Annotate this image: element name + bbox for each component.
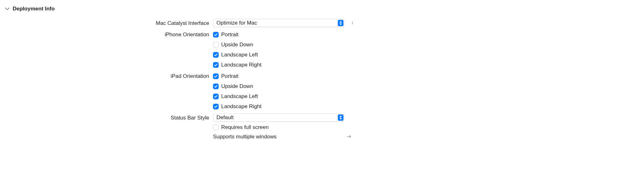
ipad-landscapeleft-option: Landscape Left [213, 92, 262, 101]
ipad-portrait-option: Portrait [213, 72, 262, 81]
checkbox-label: Landscape Right [221, 102, 262, 111]
row-status-bar: Status Bar Style Default [5, 113, 639, 122]
checkbox-ipad-landscaperight[interactable] [213, 104, 219, 109]
checkbox-iphone-portrait[interactable] [213, 32, 219, 38]
iphone-landscapeleft-option: Landscape Left [213, 50, 262, 59]
arrow-right-icon [347, 132, 351, 141]
checkbox-iphone-upsidedown[interactable] [213, 42, 219, 48]
iphone-portrait-option: Portrait [213, 30, 262, 39]
checkbox-iphone-landscapeleft[interactable] [213, 52, 219, 58]
checkbox-label: Landscape Left [221, 50, 258, 59]
label-ipad-orientation: iPad Orientation [5, 72, 213, 81]
section-header: Deployment Info [5, 6, 639, 12]
ipad-landscaperight-option: Landscape Right [213, 102, 262, 111]
link-label: Supports multiple windows [213, 132, 276, 141]
select-stepper-icon [338, 20, 343, 26]
checkbox-label: Portrait [221, 72, 239, 81]
row-ipad-orientation: iPad Orientation Portrait Upside Down La… [5, 72, 639, 111]
checkbox-label: Landscape Right [221, 61, 262, 69]
row-mac-catalyst: Mac Catalyst Interface Optimize for Mac … [5, 19, 639, 28]
requires-fullscreen-option: Requires full screen [213, 123, 269, 132]
section-title: Deployment Info [13, 6, 55, 12]
label-mac-catalyst: Mac Catalyst Interface [5, 19, 213, 28]
mac-catalyst-select[interactable]: Optimize for Mac [213, 19, 344, 27]
checkbox-label: Requires full screen [221, 123, 269, 132]
label-iphone-orientation: iPhone Orientation [5, 30, 213, 39]
checkbox-ipad-upsidedown[interactable] [213, 84, 219, 89]
checkbox-requires-fullscreen[interactable] [213, 125, 219, 130]
checkbox-label: Portrait [221, 30, 239, 39]
ipad-upsidedown-option: Upside Down [213, 82, 262, 91]
checkbox-iphone-landscaperight[interactable] [213, 62, 219, 68]
supports-multiple-windows-link[interactable]: Supports multiple windows [213, 132, 351, 141]
status-bar-select[interactable]: Default [213, 113, 344, 122]
iphone-landscaperight-option: Landscape Right [213, 61, 262, 69]
row-requires-fullscreen: Requires full screen [5, 123, 639, 132]
label-status-bar: Status Bar Style [5, 113, 213, 122]
checkbox-label: Upside Down [221, 82, 253, 91]
ipad-orientation-list: Portrait Upside Down Landscape Left Land… [213, 72, 262, 111]
mac-catalyst-value: Optimize for Mac [216, 19, 257, 27]
iphone-upsidedown-option: Upside Down [213, 40, 262, 49]
checkbox-label: Upside Down [221, 40, 253, 49]
chevron-down-icon[interactable] [5, 7, 9, 11]
checkbox-ipad-portrait[interactable] [213, 73, 219, 79]
checkbox-label: Landscape Left [221, 92, 258, 101]
status-bar-value: Default [216, 114, 234, 121]
checkbox-ipad-landscapeleft[interactable] [213, 94, 219, 99]
row-supports-multiple-windows: Supports multiple windows [5, 132, 639, 141]
row-iphone-orientation: iPhone Orientation Portrait Upside Down … [5, 30, 639, 69]
info-icon[interactable]: i [349, 20, 355, 26]
select-stepper-icon [338, 114, 343, 121]
iphone-orientation-list: Portrait Upside Down Landscape Left Land… [213, 30, 262, 69]
